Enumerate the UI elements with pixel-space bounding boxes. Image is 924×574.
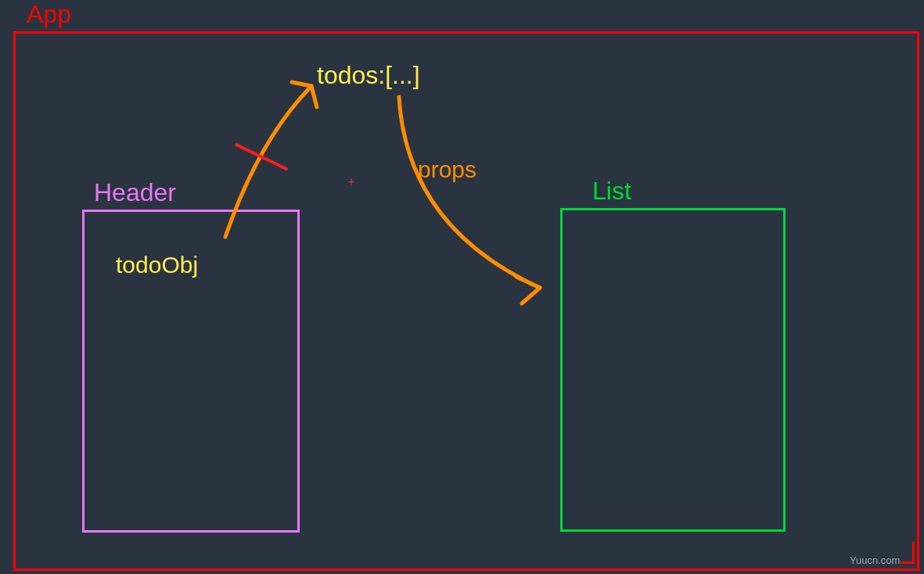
props-label: props: [418, 156, 476, 183]
list-label: List: [592, 177, 631, 206]
todoobj-label: todoObj: [116, 252, 198, 278]
list-box: [560, 208, 786, 532]
red-dot-icon: +: [348, 175, 354, 188]
todos-label: todos:[...]: [317, 61, 420, 90]
watermark: Yuucn.com: [850, 554, 900, 566]
header-label: Header: [94, 178, 176, 207]
app-label: App: [27, 0, 71, 29]
resize-handle-icon: [901, 542, 915, 564]
